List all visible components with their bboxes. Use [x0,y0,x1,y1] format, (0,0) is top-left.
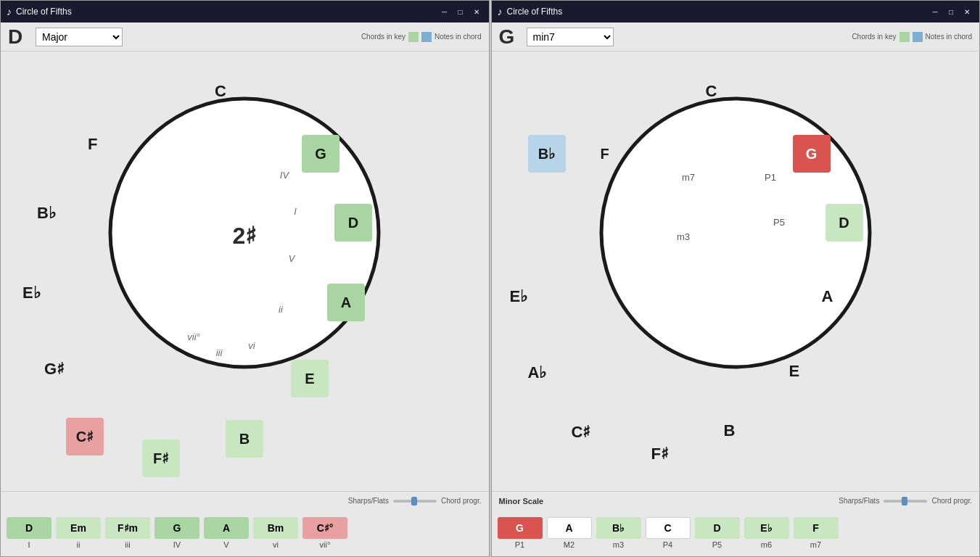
scale-box-G[interactable]: G [498,517,543,539]
chord-roman-Csdim: vii° [320,540,331,549]
note-B-2[interactable]: B [724,421,736,440]
chord-roman-Fsm: iii [125,540,130,549]
chord-roman-Bm: vi [273,540,279,549]
chord-roman-G: IV [173,540,181,549]
note-Cs-2[interactable]: C♯ [572,423,591,442]
scale-roman-D: P5 [712,540,722,549]
scale-item-D[interactable]: D P5 [695,517,740,549]
chord-box-Bm[interactable]: Bm [253,517,298,539]
key-label-1: D [8,25,30,49]
toolbar-2: G Major Minor min7 Chords in key Notes i… [492,22,980,51]
note-G-1[interactable]: G [302,135,339,173]
main-content-2: P1 P5 m7 m3 C G D A E B F♯ C♯ A♭ E♭ B♭ F [492,51,980,491]
note-Eb-2[interactable]: E♭ [510,287,528,306]
inner-P5: P5 [773,217,785,228]
scale-item-A[interactable]: A M2 [547,517,592,549]
chord-item-A[interactable]: A V [204,517,249,549]
maximize-button-1[interactable]: □ [454,5,467,18]
chord-box-Em[interactable]: Em [56,517,101,539]
roman-iv: IV [280,170,290,181]
chord-item-G[interactable]: G IV [155,517,199,549]
mode-select-1[interactable]: Major Minor min7 [36,28,123,46]
scale-roman-C: P4 [663,540,672,549]
window-controls-1: ─ □ ✕ [438,5,483,18]
scale-box-D[interactable]: D [695,517,740,539]
minimize-button-2[interactable]: ─ [928,5,942,18]
chord-roman-D: I [28,540,30,549]
notes-in-chord-swatch-2 [913,32,923,42]
scale-item-Eb[interactable]: E♭ m6 [744,517,789,549]
note-B-1[interactable]: B [226,420,263,458]
note-Bb-2[interactable]: B♭ [528,135,566,173]
minimize-button-1[interactable]: ─ [438,5,451,18]
note-F-2[interactable]: F [586,135,624,173]
note-Gs-1[interactable]: G♯ [44,360,65,379]
toolbar-1: D Major Minor min7 Chords in key Notes i… [1,22,489,51]
scale-item-G[interactable]: G P1 [498,517,543,549]
key-label-2: G [499,25,521,49]
roman-vi: vi [249,340,257,351]
chord-box-A[interactable]: A [204,517,249,539]
chord-item-Csdim[interactable]: C♯° vii° [302,517,347,549]
note-G-2[interactable]: G [793,135,831,173]
scale-roman-Bb: m3 [613,540,624,549]
note-C-2[interactable]: C [706,82,717,101]
mode-select-2[interactable]: Major Minor min7 [527,28,614,46]
scale-box-Eb[interactable]: E♭ [744,517,789,539]
note-Cs-1[interactable]: C♯ [66,418,104,455]
chords-in-key-swatch-2 [899,32,910,42]
note-Bb-1[interactable]: B♭ [37,204,56,223]
maximize-button-2[interactable]: □ [944,5,958,18]
chord-box-D[interactable]: D [7,517,52,539]
roman-v: V [289,253,296,264]
close-button-1[interactable]: ✕ [470,5,483,18]
window-title-1: Circle of Fifths [16,7,434,17]
sharps-slider-1[interactable] [393,500,437,503]
chord-row-2: G P1 A M2 B♭ m3 C P4 D P5 E♭ m6 [492,510,980,556]
sharps-thumb-2[interactable] [902,497,907,506]
inner-P1: P1 [765,172,776,183]
chords-in-key-swatch-1 [408,32,419,42]
notes-in-chord-label-2: Notes in chord [926,33,972,41]
note-E-2[interactable]: E [789,362,800,381]
chord-roman-Em: ii [77,540,81,549]
note-E-1[interactable]: E [291,360,329,397]
note-A-2[interactable]: A [822,287,833,306]
scale-item-F[interactable]: F m7 [794,517,839,549]
chord-box-Csdim[interactable]: C♯° [302,517,347,539]
note-Fs-2[interactable]: F♯ [651,445,669,463]
note-Eb-1[interactable]: E♭ [22,284,41,302]
chord-item-D[interactable]: D I [7,517,52,549]
sharps-slider-2[interactable] [884,500,927,503]
music-icon-1: ♪ [7,6,12,17]
note-Ab-2[interactable]: A♭ [528,363,547,382]
scale-box-C[interactable]: C [646,517,691,539]
note-F-1[interactable]: F [88,135,97,154]
chords-in-key-label-2: Chords in key [852,33,896,41]
chord-box-G[interactable]: G [155,517,199,539]
scale-box-F[interactable]: F [794,517,839,539]
chord-item-Fsm[interactable]: F♯m iii [105,517,150,549]
inner-m7: m7 [682,172,695,183]
note-Fs-1[interactable]: F♯ [142,440,180,477]
sharps-thumb-1[interactable] [411,497,417,506]
chord-prog-label-1: Chord progr. [441,497,482,505]
note-D-2[interactable]: D [825,204,863,242]
chord-item-Em[interactable]: Em ii [56,517,101,549]
chord-item-Bm[interactable]: Bm vi [253,517,298,549]
scale-box-A[interactable]: A [547,517,592,539]
scale-item-Bb[interactable]: B♭ m3 [596,517,641,549]
close-button-2[interactable]: ✕ [960,5,973,18]
note-C-1[interactable]: C [215,82,226,101]
slider-bar-1: Sharps/Flats Chord progr. [1,492,489,510]
scale-item-C[interactable]: C P4 [646,517,691,549]
note-D-1[interactable]: D [334,204,372,242]
sharps-flats-label-2: Sharps/Flats [839,497,879,505]
main-content-1: 2♯ IV I V ii vi iii vii° C G D A E B F♯ … [1,51,489,491]
scale-box-Bb[interactable]: B♭ [596,517,641,539]
scale-roman-A: M2 [564,540,575,549]
note-A-1[interactable]: A [327,284,365,321]
roman-vii: vii° [188,331,200,342]
scale-roman-G: P1 [515,540,524,549]
chord-box-Fsm[interactable]: F♯m [105,517,150,539]
